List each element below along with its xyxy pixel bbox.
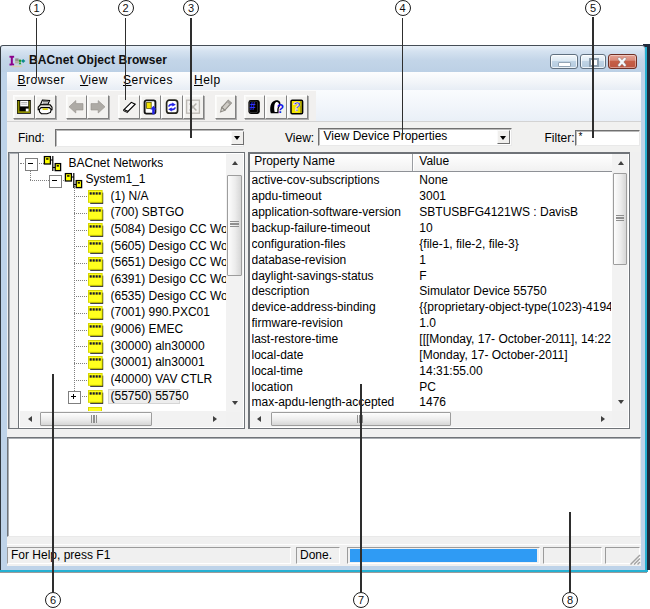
svg-text:?: ? [293,100,301,114]
svg-text:#: # [250,101,256,112]
svg-text:?: ? [276,102,283,115]
